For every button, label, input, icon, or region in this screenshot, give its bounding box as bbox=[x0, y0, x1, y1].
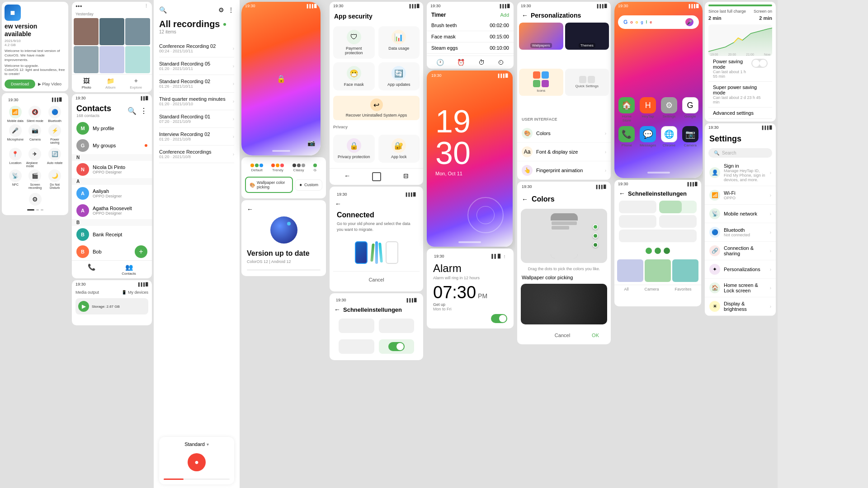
custom-theme-option[interactable]: ✦ Custom bbox=[295, 179, 322, 191]
color-dot-2[interactable] bbox=[593, 233, 598, 239]
gallery-thumb-2[interactable] bbox=[645, 259, 671, 282]
recording-item-4[interactable]: Third quarter meeting minutes 01:20 · 20… bbox=[159, 93, 234, 110]
timer-eggs[interactable]: Steam eggs 00:10:00 bbox=[427, 42, 514, 54]
recording-item-5[interactable]: Standard Recording 01 07:20 · 2021/10/9 … bbox=[159, 110, 234, 128]
contact-agatha[interactable]: A Agatha Roosevelt OPPO Designer bbox=[72, 202, 152, 219]
alarm-toggle[interactable] bbox=[491, 314, 507, 323]
app-lock-item[interactable]: 🔐 App lock bbox=[378, 135, 420, 163]
tab-timer-active[interactable]: ⏱ bbox=[478, 59, 485, 66]
recording-item-7[interactable]: Conference Recordings 01:20 · 2021/10/8 … bbox=[159, 145, 234, 163]
recover-item[interactable]: ↩ Recover Uninstalled System Apps bbox=[333, 96, 420, 120]
qs-item-2[interactable] bbox=[379, 319, 415, 333]
mobile-data-toggle[interactable]: 📶 Mobile data bbox=[6, 106, 24, 122]
colors-setting-item[interactable]: 🎨 Colors › bbox=[517, 124, 611, 143]
add-contact-button[interactable]: + bbox=[135, 245, 147, 258]
location-toggle[interactable]: 📍 Location bbox=[6, 148, 24, 168]
data-usage-item[interactable]: 📊 Data usage bbox=[378, 26, 420, 59]
wallpaper-color-picking-option[interactable]: 🎨 Wallpaper color picking bbox=[245, 177, 293, 193]
bluetooth-item[interactable]: 🔵 Bluetooth Not connected › bbox=[705, 223, 776, 242]
menu-icon-alarm[interactable]: ⋮ bbox=[503, 254, 506, 258]
tab-call[interactable]: 📞 bbox=[88, 263, 95, 276]
add-timer-button[interactable]: Add bbox=[500, 12, 509, 18]
fingerprint-setting-item[interactable]: 👆 Fingerprint animation › bbox=[517, 161, 611, 180]
power-saving-toggle[interactable]: ⚡ Power saving bbox=[46, 124, 64, 144]
airplane-toggle[interactable]: ✈ Airplane mode bbox=[26, 148, 44, 168]
recordings-icon[interactable]: ⚙ bbox=[218, 6, 224, 14]
gallery-tab-all[interactable]: All bbox=[624, 287, 628, 291]
color-dot-3[interactable] bbox=[593, 242, 598, 248]
screen-recording-toggle[interactable]: 🎬 Screen recording bbox=[26, 169, 44, 189]
google-mic-icon[interactable]: 🎤 bbox=[685, 18, 693, 26]
qs-item-3[interactable] bbox=[339, 339, 374, 354]
gallery-photo-5[interactable] bbox=[99, 46, 124, 73]
recordings-menu-icon[interactable]: ⋮ bbox=[228, 6, 234, 14]
theme-classy[interactable]: Classy bbox=[292, 164, 305, 172]
nfc-toggle[interactable]: 📡 NFC bbox=[6, 169, 24, 189]
qs-slider-2[interactable] bbox=[659, 201, 697, 213]
recording-item-1[interactable]: Conference Recording 02 00:24 · 2021/10/… bbox=[159, 40, 234, 57]
recording-item-6[interactable]: Interview Recording 02 01:20 · 2021/10/8… bbox=[159, 128, 234, 145]
contact-bob[interactable]: B Bob + bbox=[72, 243, 152, 260]
silent-mode-toggle[interactable]: 🔇 Silent mode bbox=[26, 106, 44, 122]
back-arrow-pers[interactable]: ← bbox=[522, 12, 528, 19]
font-setting-item[interactable]: Aa Font & display size › bbox=[517, 143, 611, 161]
microphone-toggle[interactable]: 🎤 Microphone bbox=[6, 124, 24, 144]
gallery-photo-2[interactable] bbox=[99, 18, 124, 45]
theme-default[interactable]: Default bbox=[250, 164, 263, 172]
back-arrow-colors[interactable]: ← bbox=[522, 196, 528, 203]
camera-toggle[interactable]: 📷 Camera bbox=[26, 124, 44, 144]
color-picker-dots[interactable] bbox=[593, 224, 598, 248]
privacy-protection-item[interactable]: 🔒 Privacy protection bbox=[333, 135, 375, 163]
dropdown-arrow-icon[interactable]: ▾ bbox=[207, 442, 209, 447]
app-phone[interactable]: 📞 Phone bbox=[618, 126, 636, 147]
qs-toggle[interactable] bbox=[388, 342, 405, 351]
gallery-photo-4[interactable] bbox=[74, 46, 99, 73]
app-google[interactable]: G Google bbox=[681, 97, 699, 122]
qs-item-1[interactable] bbox=[339, 319, 374, 333]
bluetooth-toggle[interactable]: 🔵 Bluetooth bbox=[46, 106, 64, 122]
search-icon-recordings[interactable]: 🔍 bbox=[159, 6, 167, 14]
recording-item-3[interactable]: Standard Recording 02 01:26 · 2021/10/11… bbox=[159, 75, 234, 93]
theme-trendy[interactable]: Trendy bbox=[271, 164, 284, 172]
tab-stopwatch[interactable]: ⏲ bbox=[498, 59, 504, 66]
timer-brush[interactable]: Brush teeth 00:02:00 bbox=[427, 20, 514, 31]
display-brightness-item[interactable]: ☀ Display & brightness › bbox=[705, 297, 776, 316]
app-messages[interactable]: 💬 Messages bbox=[639, 126, 657, 147]
qs-slider-1[interactable] bbox=[619, 201, 656, 213]
app-camera[interactable]: 📷 Camera bbox=[681, 126, 699, 147]
connection-sharing-item[interactable]: 🔗 Connection & sharing › bbox=[705, 242, 776, 260]
app-chrome[interactable]: 🌐 Chrome bbox=[660, 126, 678, 147]
tab-explore[interactable]: ✦ Explore bbox=[130, 77, 142, 89]
contacts-menu-icon[interactable]: ⋮ bbox=[140, 107, 147, 115]
pers-icons[interactable]: Icons bbox=[519, 69, 563, 113]
gallery-menu-icon[interactable]: ⋮ bbox=[144, 4, 148, 8]
qs-item-4[interactable] bbox=[379, 339, 415, 354]
contact-my-groups[interactable]: G My groups bbox=[72, 137, 152, 154]
power-saving-toggle-switch[interactable] bbox=[751, 59, 768, 68]
migration-cancel-button[interactable]: Cancel bbox=[361, 274, 391, 285]
autorotate-toggle[interactable]: 🔄 Auto rotate bbox=[46, 148, 64, 168]
gear-icon[interactable]: ⚙ bbox=[29, 193, 42, 206]
app-settings[interactable]: ⚙ Settings bbox=[660, 97, 678, 122]
download-button[interactable]: Download bbox=[5, 80, 35, 89]
tab-alarm-t[interactable]: ⏰ bbox=[457, 59, 465, 66]
contact-aaliyah[interactable]: A Aaliyah OPPO Designer bbox=[72, 185, 152, 202]
sign-in-item[interactable]: 👤 Sign in Manage HeyTap ID, Find My Phon… bbox=[705, 160, 776, 186]
app-updates-item[interactable]: 🔄 App updates bbox=[378, 62, 420, 90]
back-arrow-icon[interactable]: ← bbox=[247, 206, 253, 213]
back-arrow-migration[interactable]: ← bbox=[335, 200, 341, 207]
media-play-icon[interactable]: ▶ bbox=[78, 301, 89, 312]
payment-protection-item[interactable]: 🛡 Payment protection bbox=[333, 26, 375, 59]
color-dot-1[interactable] bbox=[593, 224, 598, 230]
recording-item-2[interactable]: Standard Recording 05 01:20 · 2021/10/11… bbox=[159, 57, 234, 75]
advanced-settings-item[interactable]: Advanced settings bbox=[708, 108, 772, 119]
face-mask-item[interactable]: 😷 Face mask bbox=[333, 62, 375, 90]
personalizations-item[interactable]: ✦ Personalizations › bbox=[705, 260, 776, 279]
colors-cancel-button[interactable]: Cancel bbox=[547, 330, 577, 341]
nav-home-icon[interactable] bbox=[372, 172, 381, 181]
camera-shortcut-icon[interactable]: 📷 bbox=[307, 139, 315, 146]
gallery-tab-camera[interactable]: Camera bbox=[644, 287, 659, 291]
app-heytap[interactable]: H HeyTap bbox=[639, 97, 657, 122]
gallery-photo-3[interactable] bbox=[125, 18, 150, 45]
super-power-saving-item[interactable]: Super power saving mode Can last about 2… bbox=[708, 82, 772, 108]
